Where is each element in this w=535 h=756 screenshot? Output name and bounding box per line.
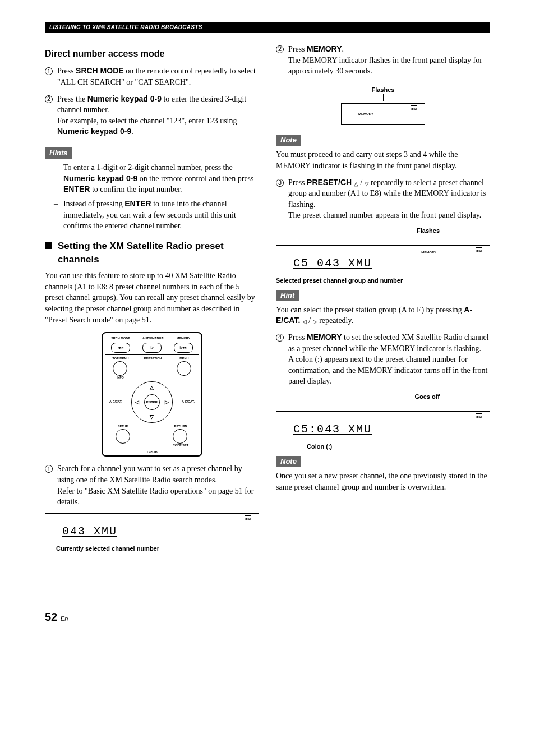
flashes-label-2: Flashes xyxy=(276,227,440,235)
flashes-label-1: Flashes xyxy=(276,86,490,94)
left-column: Direct number access mode 1 Press SRCH M… xyxy=(45,44,259,553)
direct-step-1: 1 Press SRCH MODE on the remote control … xyxy=(45,66,259,87)
return-btn xyxy=(173,429,187,444)
play-btn: ▷ xyxy=(142,343,162,353)
next-btn: ▷⏭ xyxy=(174,343,193,353)
left-triangle-icon: ◁ xyxy=(302,318,307,326)
preset-subheading: Setting the XM Satellite Radio preset ch… xyxy=(45,239,259,266)
goes-off-label: Goes off xyxy=(276,393,440,401)
menu-btn xyxy=(177,361,191,376)
note-label-2: Note xyxy=(276,456,301,467)
small-panel-1: MEMORY XM xyxy=(341,103,425,125)
down-triangle-icon: ▽ xyxy=(365,180,369,188)
setup-btn xyxy=(116,429,130,444)
display-panel-2: MEMORY XM C5 043 XMU xyxy=(276,245,490,273)
display-panel-1: XM 043 XMU xyxy=(45,513,259,541)
note-label-1: Note xyxy=(276,135,301,146)
step-num-2: 2 xyxy=(45,95,53,103)
note-1: You must proceed to and carry out steps … xyxy=(276,149,490,171)
top-menu-btn xyxy=(113,361,127,376)
display-panel-3: XM C5:043 XMU xyxy=(276,411,490,439)
preset-intro: You can use this feature to store up to … xyxy=(45,270,259,325)
direct-step-2: 2 Press the Numeric keypad 0-9 to enter … xyxy=(45,94,259,137)
hints-list: To enter a 1-digit or 2-digit channel nu… xyxy=(54,162,259,232)
right-triangle-icon: ▷ xyxy=(313,318,317,326)
header-bar: LISTENING TO XM® SATELLITE RADIO BROADCA… xyxy=(45,22,490,33)
enter-btn: ENTER xyxy=(144,394,160,410)
page-number: 52 En xyxy=(45,609,490,625)
display-caption-2: Selected preset channel group and number xyxy=(276,276,490,285)
preset-step-1: 1 Search for a channel you want to set a… xyxy=(45,463,259,507)
remote-figure: SRCH MODE AUTO/MANUAL MEMORY ⏮◁ ▷ ▷⏭ TOP… xyxy=(45,332,259,457)
direct-access-title: Direct number access mode xyxy=(45,44,259,60)
preset-step-2: 2 Press MEMORY. The MEMORY indicator fla… xyxy=(276,44,490,77)
preset-step-3: 3 Press PRESET/CH △ / ▽ repeatedly to se… xyxy=(276,177,490,221)
prev-btn: ⏮◁ xyxy=(111,343,130,353)
note-2: Once you set a new preset channel, the o… xyxy=(276,471,490,492)
up-triangle-icon: △ xyxy=(354,180,358,188)
hints-label: Hints xyxy=(45,147,72,159)
step-num-1: 1 xyxy=(45,67,53,75)
right-column: 2 Press MEMORY. The MEMORY indicator fla… xyxy=(276,44,490,553)
hint-right: You can select the preset station group … xyxy=(276,305,490,326)
hint-label: Hint xyxy=(276,290,299,301)
display-caption-1: Currently selected channel number xyxy=(56,545,259,553)
dpad: ENTER △ ▽ ◁ ▷ xyxy=(131,381,173,423)
colon-caption: Colon (:) xyxy=(307,442,490,451)
preset-step-4: 4 Press MEMORY to set the selected XM Sa… xyxy=(276,332,490,387)
